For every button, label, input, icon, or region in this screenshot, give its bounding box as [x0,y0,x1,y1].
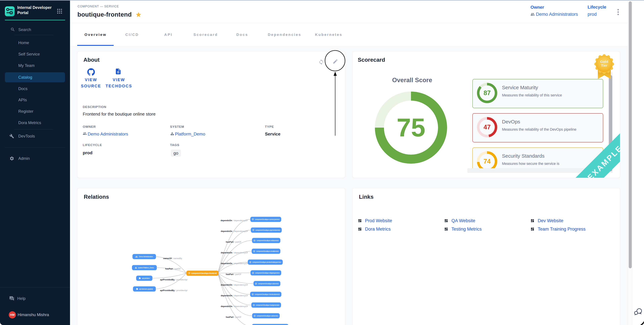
svg-text:Gold: Gold [600,60,608,63]
svg-text:Tier: Tier [601,63,608,67]
svg-text:?: ? [10,297,12,299]
